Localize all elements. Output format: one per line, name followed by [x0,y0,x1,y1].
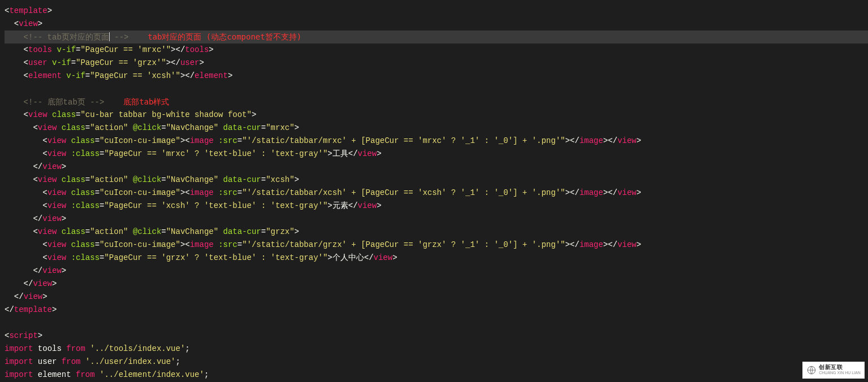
watermark-logo: 创新互联 CHUANG XIN HU LIAN [802,362,865,379]
code-line[interactable]: <view :class="PageCur == 'mrxc' ? 'text-… [5,147,868,160]
code-editor[interactable]: <template> <view> <!-- tab页对应的页面 --> tab… [0,0,868,382]
watermark-sub: CHUANG XIN HU LIAN [819,370,861,376]
code-line[interactable]: </view> [5,160,868,173]
code-line[interactable]: <view class="action" @click="NavChange" … [5,121,868,134]
code-line[interactable]: </view> [5,277,868,290]
code-line[interactable]: <user v-if="PageCur == 'grzx'"></user> [5,57,868,70]
code-line[interactable]: import user from '../user/index.vue'; [5,355,868,368]
code-line[interactable]: <view :class="PageCur == 'grzx' ? 'text-… [5,251,868,264]
code-line[interactable]: import tools from '../tools/index.vue'; [5,342,868,355]
code-line[interactable]: <!-- 底部tab页 --> 底部tab样式 [5,96,868,108]
code-line[interactable]: <template> [5,5,868,18]
code-line[interactable]: <tools v-if="PageCur == 'mrxc'"></tools> [5,44,868,57]
code-line-active[interactable]: <!-- tab页对应的页面 --> tab对应的页面 (动态componet暂… [5,31,868,44]
text-cursor [109,32,110,41]
code-line[interactable]: </view> [5,264,868,277]
code-line[interactable]: </view> [5,290,868,303]
globe-icon [806,365,817,375]
code-line[interactable]: <view class="cuIcon-cu-image"><image :sr… [5,238,868,251]
code-line[interactable] [5,316,868,329]
code-line[interactable]: <view class="action" @click="NavChange" … [5,225,868,238]
watermark-brand: 创新互联 [819,364,861,370]
code-line[interactable]: <view class="cuIcon-cu-image"><image :sr… [5,186,868,199]
code-line[interactable]: <view :class="PageCur == 'xcsh' ? 'text-… [5,199,868,212]
code-line[interactable]: </template> [5,303,868,316]
code-line[interactable]: <view class="cuIcon-cu-image"><image :sr… [5,134,868,147]
code-line[interactable]: <element v-if="PageCur == 'xcsh'"></elem… [5,70,868,83]
inline-annotation: 底部tab样式 [104,97,169,106]
code-line[interactable]: <script> [5,329,868,342]
code-line[interactable] [5,83,868,96]
code-line[interactable]: <view class="action" @click="NavChange" … [5,173,868,186]
code-line[interactable]: </view> [5,212,868,225]
code-line[interactable]: <view class="cu-bar tabbar bg-white shad… [5,108,868,121]
code-line[interactable]: import element from '../element/index.vu… [5,368,868,381]
inline-annotation: tab对应的页面 (动态componet暂不支持) [128,32,301,41]
code-line[interactable]: <view> [5,18,868,31]
